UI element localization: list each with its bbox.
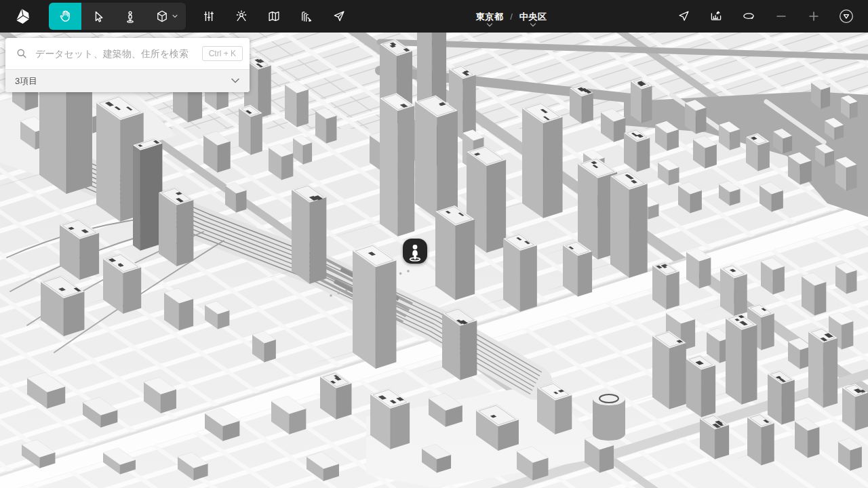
- chevron-down-icon: [231, 78, 240, 84]
- keyboard-shortcut-badge: Ctrl + K: [202, 46, 243, 61]
- scene-tool-group: [193, 3, 355, 30]
- orbit-rotate-button[interactable]: [732, 3, 765, 30]
- sun-shadow-button[interactable]: [225, 3, 258, 30]
- dataset-items-count: 3項目: [15, 75, 37, 87]
- municipality-label: 中央区: [519, 12, 547, 22]
- search-panel: Ctrl + K 3項目: [5, 38, 250, 92]
- pedestrian-view-button[interactable]: [114, 3, 146, 30]
- view-tool-group: [49, 3, 186, 30]
- app-window: 東京都 / 中央区: [0, 0, 868, 488]
- cursor-icon: [90, 9, 105, 24]
- app-logo-button[interactable]: [8, 1, 38, 31]
- paper-plane-icon: [332, 9, 347, 24]
- search-input[interactable]: [35, 48, 195, 59]
- orbit-icon: [741, 9, 756, 24]
- top-toolbar: 東京都 / 中央区: [0, 0, 868, 33]
- adjust-settings-button[interactable]: [193, 3, 225, 30]
- hand-icon: [58, 9, 73, 24]
- share-button[interactable]: [323, 3, 355, 30]
- cube-icon: [155, 9, 170, 24]
- chevron-down-icon: [486, 23, 493, 27]
- chevron-down-icon: [530, 23, 536, 27]
- sliders-icon: [201, 9, 216, 24]
- breadcrumb-separator: /: [510, 12, 513, 22]
- compass-icon: [838, 8, 854, 24]
- sunlight-icon: [234, 9, 249, 24]
- minus-icon: [774, 9, 789, 24]
- navigation-arrow-icon: [676, 9, 691, 24]
- search-icon: [15, 47, 28, 60]
- compass-button[interactable]: [830, 3, 863, 30]
- breadcrumb: 東京都 / 中央区: [476, 12, 547, 27]
- pedestrian-marker-icon: [402, 238, 428, 266]
- sketch-layers-icon: [299, 9, 314, 24]
- prefecture-label: 東京都: [476, 12, 504, 22]
- plus-icon: [806, 9, 821, 24]
- chevron-down-icon: [172, 13, 178, 20]
- breadcrumb-prefecture[interactable]: 東京都: [476, 12, 504, 27]
- story-map-button[interactable]: [258, 3, 290, 30]
- search-row[interactable]: Ctrl + K: [5, 38, 250, 69]
- geolocation-button[interactable]: [667, 3, 700, 30]
- chart-export-icon: [709, 9, 724, 24]
- sketch-tool-button[interactable]: [290, 3, 323, 30]
- zoom-out-button[interactable]: [765, 3, 797, 30]
- pedestrian-icon: [123, 9, 138, 24]
- dataset-items-row[interactable]: 3項目: [5, 69, 250, 92]
- timeline-export-button[interactable]: [700, 3, 732, 30]
- map-book-icon: [267, 9, 281, 24]
- select-tool-button[interactable]: [81, 3, 114, 30]
- pan-tool-button[interactable]: [49, 3, 81, 30]
- map-control-group: [667, 3, 863, 30]
- model-3d-button[interactable]: [146, 3, 186, 30]
- pedestrian-marker[interactable]: [402, 238, 428, 266]
- app-logo-icon: [13, 6, 33, 26]
- zoom-in-button[interactable]: [797, 3, 830, 30]
- breadcrumb-municipality[interactable]: 中央区: [519, 12, 547, 27]
